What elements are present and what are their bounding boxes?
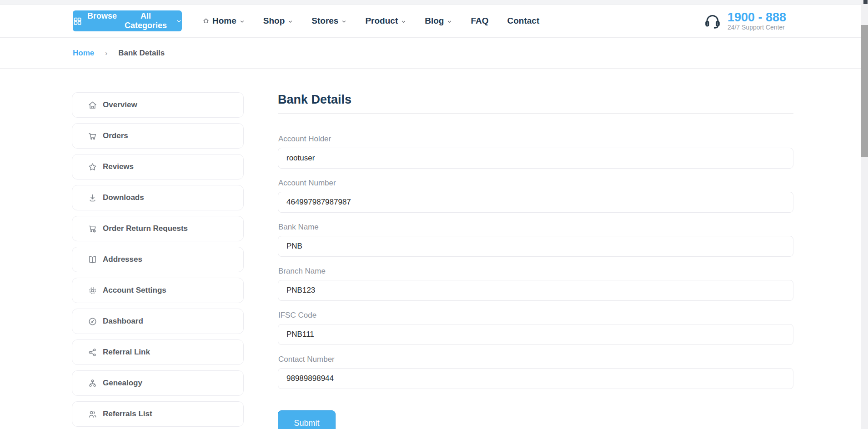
nav-item-label: Product	[365, 16, 398, 26]
genealogy-icon	[88, 379, 97, 388]
sidebar-item-label: Overview	[103, 100, 137, 110]
nav-item-label: Blog	[425, 16, 444, 26]
sidebar-item-dashboard[interactable]: Dashboard	[72, 309, 244, 334]
submit-button[interactable]: Submit	[278, 410, 336, 429]
ifsc-code-input[interactable]	[278, 324, 793, 345]
sidebar-item-label: Referrals List	[103, 409, 152, 419]
main-navbar: Browse All Categories Home Shop Stores P…	[0, 5, 868, 38]
browse-label: Browse	[87, 11, 117, 30]
nav-item-blog[interactable]: Blog	[425, 16, 452, 26]
star-icon	[88, 162, 97, 172]
sidebar-item-label: Order Return Requests	[103, 224, 188, 233]
breadcrumb-separator: ›	[105, 49, 107, 57]
ifsc-code-field-group: IFSC Code	[278, 311, 793, 345]
nav-item-home[interactable]: Home	[203, 16, 245, 26]
nav-item-label: Shop	[263, 16, 285, 26]
bank-name-input[interactable]	[278, 236, 793, 257]
sidebar-item-reviews[interactable]: Reviews	[72, 154, 244, 180]
browse-categories-button[interactable]: Browse All Categories	[73, 10, 182, 31]
sidebar-item-label: Addresses	[103, 255, 142, 264]
ifsc-code-label: IFSC Code	[278, 311, 793, 320]
title-divider	[278, 113, 793, 114]
bank-name-field-group: Bank Name	[278, 223, 793, 257]
nav-item-contact[interactable]: Contact	[507, 16, 540, 26]
support-caption: 24/7 Support Center	[728, 24, 785, 31]
page-content: Overview Orders Reviews Downloads Order	[0, 69, 868, 429]
nav-item-label: Contact	[507, 16, 540, 26]
branch-name-input[interactable]	[278, 280, 793, 301]
account-holder-input[interactable]	[278, 148, 793, 169]
account-holder-label: Account Holder	[278, 135, 793, 144]
chevron-down-icon	[288, 19, 293, 24]
bank-name-label: Bank Name	[278, 223, 793, 232]
account-number-field-group: Account Number	[278, 179, 793, 213]
browse-categories-label: All Categories	[120, 11, 171, 30]
support-phone[interactable]: 1900 - 888	[728, 11, 786, 24]
download-icon	[88, 193, 97, 203]
breadcrumb-current: Bank Details	[118, 49, 165, 58]
breadcrumb-home-link[interactable]: Home	[73, 49, 94, 58]
chevron-down-icon	[240, 19, 245, 24]
page-title: Bank Details	[278, 92, 793, 107]
nav-item-product[interactable]: Product	[365, 16, 406, 26]
scrollbar-track[interactable]	[861, 0, 868, 429]
dashboard-icon	[88, 317, 97, 326]
grid-icon	[73, 16, 82, 26]
address-book-icon	[88, 255, 97, 264]
chevron-down-icon	[401, 19, 406, 24]
bank-details-form: Account Holder Account Number Bank Name …	[278, 135, 793, 429]
account-number-input[interactable]	[278, 192, 793, 213]
scrollbar-thumb[interactable]	[861, 25, 868, 157]
breadcrumb: Home › Bank Details	[0, 38, 868, 69]
sidebar-item-label: Downloads	[103, 193, 144, 202]
account-sidebar: Overview Orders Reviews Downloads Order	[72, 92, 244, 429]
users-icon	[88, 409, 97, 419]
nav-item-shop[interactable]: Shop	[263, 16, 293, 26]
sidebar-item-referrals-list[interactable]: Referrals List	[72, 401, 244, 427]
contact-number-field-group: Contact Number	[278, 355, 793, 389]
sidebar-item-label: Genealogy	[103, 379, 142, 388]
sidebar-item-account-settings[interactable]: Account Settings	[72, 278, 244, 303]
contact-number-label: Contact Number	[278, 355, 793, 364]
share-icon	[88, 348, 97, 357]
chevron-down-icon	[341, 19, 346, 24]
branch-name-label: Branch Name	[278, 267, 793, 276]
sidebar-item-label: Referral Link	[103, 348, 150, 357]
account-number-label: Account Number	[278, 179, 793, 188]
headset-icon	[703, 12, 722, 30]
sidebar-item-label: Orders	[103, 131, 128, 140]
cart-icon	[88, 131, 97, 141]
home-icon	[88, 100, 97, 110]
nav-item-label: FAQ	[471, 16, 488, 26]
branch-name-field-group: Branch Name	[278, 267, 793, 301]
gear-icon	[88, 286, 97, 295]
chevron-down-icon	[447, 19, 452, 24]
contact-number-input[interactable]	[278, 368, 793, 389]
sidebar-item-genealogy[interactable]: Genealogy	[72, 370, 244, 396]
bank-details-panel: Bank Details Account Holder Account Numb…	[278, 92, 793, 429]
sidebar-item-label: Dashboard	[103, 317, 143, 326]
top-strip	[0, 0, 868, 5]
home-icon	[203, 18, 209, 24]
nav-item-label: Home	[212, 16, 236, 26]
sidebar-item-label: Account Settings	[103, 286, 166, 295]
sidebar-item-label: Reviews	[103, 162, 134, 171]
sidebar-item-downloads[interactable]: Downloads	[72, 185, 244, 210]
sidebar-item-orders[interactable]: Orders	[72, 123, 244, 149]
account-holder-field-group: Account Holder	[278, 135, 793, 169]
sidebar-item-order-return-requests[interactable]: Order Return Requests	[72, 216, 244, 241]
cart-return-icon	[88, 224, 97, 234]
sidebar-item-addresses[interactable]: Addresses	[72, 247, 244, 272]
sidebar-item-overview[interactable]: Overview	[72, 92, 244, 118]
sidebar-item-referral-link[interactable]: Referral Link	[72, 339, 244, 365]
main-menu: Home Shop Stores Product Blog FAQ Contac…	[203, 16, 539, 26]
nav-item-stores[interactable]: Stores	[311, 16, 346, 26]
nav-item-label: Stores	[311, 16, 338, 26]
scrollbar-corner	[863, 0, 868, 4]
nav-item-faq[interactable]: FAQ	[471, 16, 488, 26]
support-center: 1900 - 888 24/7 Support Center	[703, 11, 786, 31]
chevron-down-icon	[176, 18, 182, 24]
